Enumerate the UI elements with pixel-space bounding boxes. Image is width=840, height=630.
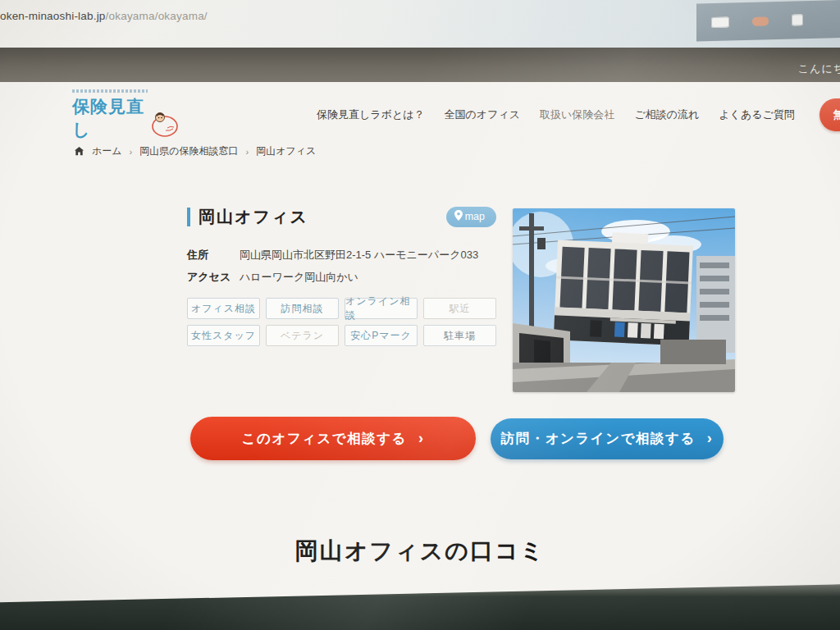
tag-parking: 駐車場 — [423, 325, 496, 346]
tag-privacy-mark: 安心Pマーク — [345, 325, 418, 346]
tag-online-consult: オンライン相談 — [345, 298, 418, 319]
map-button-label: map — [465, 211, 485, 222]
consult-at-office-button[interactable]: このオフィスで相談する› — [190, 417, 476, 460]
consult-online-label: 訪問・オンラインで相談する — [501, 430, 696, 448]
logo-text: 保険見直し — [72, 95, 148, 141]
office-title: 岡山オフィス — [199, 206, 308, 228]
window-top-bar: こんにち — [0, 48, 840, 82]
info-row-address: 住所 岡山県岡山市北区野田2-1-5 ハーモニーパーク033 — [187, 248, 496, 262]
info-value: 岡山県岡山市北区野田2-1-5 ハーモニーパーク033 — [240, 248, 478, 262]
browser-extension-icon-square[interactable] — [792, 14, 803, 25]
title-accent-bar — [187, 208, 190, 226]
breadcrumb-separator: › — [130, 147, 133, 157]
consult-visit-online-button[interactable]: 訪問・オンラインで相談する› — [491, 418, 724, 459]
info-label: 住所 — [187, 248, 240, 262]
cta-section: このオフィスで相談する› 訪問・オンラインで相談する› — [190, 417, 724, 460]
home-icon — [74, 146, 84, 157]
url-domain: oken-minaoshi-lab.jp — [0, 10, 106, 22]
logo-mascot-icon — [149, 110, 179, 141]
tag-office-consult: オフィス相談 — [187, 298, 260, 319]
tag-veteran: ベテラン — [266, 325, 339, 346]
reviews-heading: 岡山オフィスの口コミ — [0, 536, 840, 567]
office-building-photo — [513, 208, 735, 392]
info-label: アクセス — [187, 270, 240, 285]
url-path: /okayama/okayama/ — [106, 10, 208, 22]
browser-extension-icon[interactable] — [711, 16, 729, 28]
nav-flow[interactable]: ご相談の流れ — [634, 107, 699, 122]
breadcrumb-home[interactable]: ホーム — [92, 144, 122, 158]
chevron-right-icon: › — [418, 430, 425, 447]
reserve-button-label: 無料保険相談の予約 — [833, 108, 840, 121]
main-nav: 保険見直しラボとは？ 全国のオフィス 取扱い保険会社 ご相談の流れ よくあるご質… — [317, 107, 795, 122]
tag-visit-consult: 訪問相談 — [266, 298, 339, 319]
office-info-table: 住所 岡山県岡山市北区野田2-1-5 ハーモニーパーク033 アクセス ハローワ… — [187, 248, 496, 285]
breadcrumb-current: 岡山オフィス — [256, 144, 316, 158]
feature-tag-grid: オフィス相談 訪問相談 オンライン相談 駅近 女性スタッフ ベテラン 安心Pマー… — [187, 298, 496, 346]
browser-extension-icon-orange[interactable] — [752, 16, 769, 26]
site-logo[interactable]: 保険見直し — [72, 89, 179, 141]
nav-about[interactable]: 保険見直しラボとは？ — [317, 107, 425, 122]
office-section: 岡山オフィス map 住所 岡山県岡山市北区野田2-1-5 ハーモニーパーク03… — [187, 206, 735, 392]
chevron-right-icon: › — [707, 430, 714, 447]
site-header: 保険見直し 保険見直しラボとは？ 全国のオフィス 取扱い保険会社 ご相談の流れ … — [0, 82, 840, 141]
breadcrumb-prefecture[interactable]: 岡山県の保険相談窓口 — [139, 144, 238, 158]
info-row-access: アクセス ハローワーク岡山向かい — [187, 270, 496, 285]
nav-faq[interactable]: よくあるご質問 — [719, 107, 795, 122]
greeting-text: こんにち — [798, 62, 840, 76]
browser-chrome: oken-minaoshi-lab.jp/okayama/okayama/ — [0, 0, 840, 48]
tag-female-staff: 女性スタッフ — [187, 325, 260, 346]
office-details: 岡山オフィス map 住所 岡山県岡山市北区野田2-1-5 ハーモニーパーク03… — [187, 206, 496, 392]
browser-toolbar — [696, 0, 840, 42]
address-bar-url[interactable]: oken-minaoshi-lab.jp/okayama/okayama/ — [0, 10, 208, 22]
webpage: 保険見直し 保険見直しラボとは？ 全国のオフィス 取扱い保険会社 ご相談の流れ … — [0, 82, 840, 603]
map-button[interactable]: map — [446, 207, 496, 227]
info-value: ハローワーク岡山向かい — [240, 270, 358, 285]
consult-office-label: このオフィスで相談する — [242, 430, 407, 448]
logo-tagline — [72, 89, 148, 93]
nav-insurers[interactable]: 取扱い保険会社 — [540, 107, 614, 122]
breadcrumb: ホーム › 岡山県の保険相談窓口 › 岡山オフィス — [0, 141, 840, 158]
map-pin-icon — [454, 210, 463, 223]
nav-offices[interactable]: 全国のオフィス — [445, 107, 521, 122]
breadcrumb-separator: › — [246, 147, 249, 157]
tag-near-station: 駅近 — [423, 298, 496, 319]
reserve-consultation-button[interactable]: 無料保険相談の予約› — [819, 98, 840, 131]
